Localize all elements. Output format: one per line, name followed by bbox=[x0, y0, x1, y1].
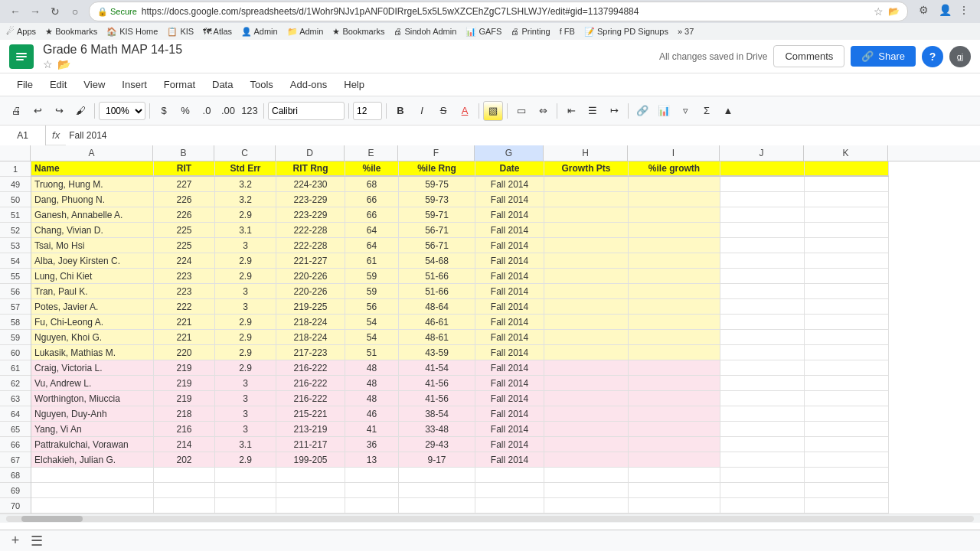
table-cell[interactable]: Fall 2014 bbox=[475, 207, 544, 223]
menu-insert[interactable]: Insert bbox=[114, 76, 155, 93]
table-cell[interactable]: Fu, Chi-Leong A. bbox=[31, 315, 154, 330]
table-cell[interactable] bbox=[544, 330, 629, 345]
table-cell[interactable]: 215-221 bbox=[276, 406, 345, 422]
table-cell[interactable] bbox=[805, 376, 889, 391]
folder-icon[interactable]: 📂 bbox=[888, 6, 900, 17]
table-cell[interactable]: 3.2 bbox=[215, 177, 276, 192]
row-num-49[interactable]: 49 bbox=[0, 177, 31, 192]
printing-bookmark[interactable]: 🖨 Printing bbox=[511, 27, 550, 36]
table-cell[interactable]: 226 bbox=[154, 192, 215, 207]
table-cell[interactable]: Fall 2014 bbox=[475, 422, 544, 437]
table-cell[interactable] bbox=[544, 376, 629, 391]
currency-button[interactable]: $ bbox=[154, 101, 174, 121]
row-num-58[interactable]: 58 bbox=[0, 315, 31, 330]
table-cell[interactable]: Tsai, Mo Hsi bbox=[31, 238, 154, 253]
row-num-52[interactable]: 52 bbox=[0, 223, 31, 238]
col-j-header[interactable] bbox=[720, 161, 805, 177]
align-left-button[interactable]: ⇤ bbox=[561, 101, 581, 121]
table-cell[interactable]: 220-226 bbox=[276, 269, 345, 284]
col-ritrng-header[interactable]: RIT Rng bbox=[276, 161, 345, 177]
table-cell[interactable]: 41 bbox=[345, 422, 399, 437]
row-num-50[interactable]: 50 bbox=[0, 192, 31, 207]
table-cell[interactable]: 9-17 bbox=[399, 452, 475, 468]
table-cell[interactable] bbox=[154, 483, 215, 498]
table-cell[interactable]: 59-71 bbox=[399, 207, 475, 223]
table-cell[interactable]: 59 bbox=[345, 269, 399, 284]
table-cell[interactable]: 199-205 bbox=[276, 452, 345, 468]
table-cell[interactable]: 51-66 bbox=[399, 269, 475, 284]
decimal-decrease-button[interactable]: .0 bbox=[197, 101, 217, 121]
menu-view[interactable]: View bbox=[76, 76, 113, 93]
table-cell[interactable]: 61 bbox=[345, 253, 399, 269]
zoom-select[interactable]: 100% 75% 50% 125% 150% bbox=[99, 102, 145, 120]
table-cell[interactable]: Lung, Chi Kiet bbox=[31, 269, 154, 284]
col-header-i[interactable]: I bbox=[628, 145, 720, 161]
table-cell[interactable]: 3 bbox=[215, 376, 276, 391]
table-cell[interactable]: Yang, Vi An bbox=[31, 422, 154, 437]
table-cell[interactable] bbox=[720, 177, 805, 192]
table-cell[interactable]: 225 bbox=[154, 223, 215, 238]
table-cell[interactable] bbox=[805, 330, 889, 345]
table-cell[interactable]: 54-68 bbox=[399, 253, 475, 269]
table-cell[interactable]: 41-54 bbox=[399, 360, 475, 376]
table-cell[interactable] bbox=[805, 299, 889, 315]
table-cell[interactable] bbox=[805, 269, 889, 284]
table-cell[interactable] bbox=[629, 207, 720, 223]
table-cell[interactable]: 33-48 bbox=[399, 422, 475, 437]
col-pctrng-header[interactable]: %ile Rng bbox=[399, 161, 475, 177]
table-cell[interactable]: Alba, Joey Kirsten C. bbox=[31, 253, 154, 269]
table-cell[interactable] bbox=[544, 483, 629, 498]
table-cell[interactable] bbox=[629, 299, 720, 315]
table-cell[interactable]: Chang, Vivian D. bbox=[31, 223, 154, 238]
row-num-1[interactable]: 1 bbox=[0, 161, 31, 177]
table-cell[interactable] bbox=[475, 468, 544, 483]
table-cell[interactable] bbox=[805, 391, 889, 406]
bookmarks2-bookmark[interactable]: ★ Bookmarks bbox=[332, 27, 384, 37]
paint-format-button[interactable]: 🖌 bbox=[70, 101, 90, 121]
table-cell[interactable] bbox=[544, 192, 629, 207]
decimal-increase-button[interactable]: .00 bbox=[218, 101, 238, 121]
sindoh-bookmark[interactable]: 🖨 Sindoh Admin bbox=[394, 27, 456, 36]
table-cell[interactable]: 46-61 bbox=[399, 315, 475, 330]
percent-button[interactable]: % bbox=[175, 101, 195, 121]
table-cell[interactable] bbox=[399, 498, 475, 514]
table-cell[interactable]: 36 bbox=[345, 437, 399, 452]
more-bookmarks[interactable]: » 37 bbox=[678, 27, 694, 36]
table-cell[interactable]: 68 bbox=[345, 177, 399, 192]
table-cell[interactable]: 227 bbox=[154, 177, 215, 192]
table-cell[interactable]: 224-230 bbox=[276, 177, 345, 192]
insert-link-button[interactable]: 🔗 bbox=[632, 101, 652, 121]
table-cell[interactable] bbox=[629, 498, 720, 514]
table-cell[interactable] bbox=[629, 406, 720, 422]
back-button[interactable]: ← bbox=[6, 2, 24, 21]
home-button[interactable]: ○ bbox=[66, 2, 84, 21]
table-cell[interactable]: 217-223 bbox=[276, 345, 345, 360]
bold-button[interactable]: B bbox=[390, 101, 410, 121]
table-cell[interactable]: 51-66 bbox=[399, 284, 475, 299]
table-cell[interactable] bbox=[805, 284, 889, 299]
table-cell[interactable] bbox=[720, 223, 805, 238]
table-cell[interactable]: Pattrakulchai, Vorawan bbox=[31, 437, 154, 452]
table-cell[interactable] bbox=[629, 253, 720, 269]
table-cell[interactable] bbox=[629, 376, 720, 391]
table-cell[interactable]: Nguyen, Khoi G. bbox=[31, 330, 154, 345]
table-cell[interactable]: Fall 2014 bbox=[475, 345, 544, 360]
row-num-62[interactable]: 62 bbox=[0, 376, 31, 391]
table-cell[interactable]: 220 bbox=[154, 345, 215, 360]
table-cell[interactable] bbox=[544, 391, 629, 406]
comments-button[interactable]: Comments bbox=[773, 45, 844, 67]
row-num-66[interactable]: 66 bbox=[0, 437, 31, 452]
table-cell[interactable]: 221 bbox=[154, 315, 215, 330]
table-cell[interactable] bbox=[399, 483, 475, 498]
menu-help[interactable]: Help bbox=[336, 76, 372, 93]
col-header-e[interactable]: E bbox=[345, 145, 398, 161]
table-cell[interactable]: Fall 2014 bbox=[475, 376, 544, 391]
table-cell[interactable]: 211-217 bbox=[276, 437, 345, 452]
table-cell[interactable] bbox=[720, 253, 805, 269]
table-cell[interactable]: Ganesh, Annabelle A. bbox=[31, 207, 154, 223]
table-cell[interactable] bbox=[805, 345, 889, 360]
table-cell[interactable] bbox=[629, 452, 720, 468]
table-cell[interactable] bbox=[629, 223, 720, 238]
col-header-g[interactable]: G bbox=[475, 145, 544, 161]
table-cell[interactable] bbox=[544, 207, 629, 223]
